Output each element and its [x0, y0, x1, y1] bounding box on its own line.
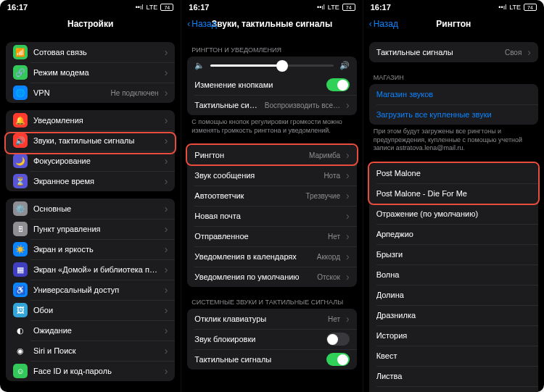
row-label: Изменение кнопками: [194, 80, 320, 89]
row-label: Долина: [376, 291, 531, 299]
back-button[interactable]: ‹Назад: [369, 19, 398, 29]
toggle-switch[interactable]: [326, 353, 350, 366]
signal-icon: ••ıl: [136, 4, 144, 11]
chevron-right-icon: ›: [165, 46, 168, 58]
row-label: Экран «Домой» и библиотека приложений: [33, 265, 159, 274]
list-row[interactable]: Арпеджио: [369, 224, 538, 244]
battery-icon: 74: [160, 4, 173, 11]
speaker-low-icon: 🔈: [194, 61, 205, 70]
chevron-right-icon: ›: [165, 114, 168, 126]
list-row[interactable]: Тактильные сигналы: [187, 349, 356, 370]
row-icon: 🔗: [13, 65, 28, 80]
list-row[interactable]: 📶Сотовая связь›: [6, 42, 175, 62]
toggle-switch[interactable]: [326, 333, 350, 346]
row-label: Уведомления в календарях: [194, 252, 310, 261]
list-row[interactable]: 🌐VPNНе подключен›: [6, 83, 175, 103]
chevron-right-icon: ›: [165, 365, 168, 377]
chevron-right-icon: ›: [165, 304, 168, 316]
volume-slider[interactable]: [210, 64, 333, 67]
chevron-right-icon: ›: [165, 175, 168, 187]
list-row[interactable]: ☀️Экран и яркость›: [6, 239, 175, 259]
list-row[interactable]: Листва: [369, 366, 538, 386]
row-label: Экранное время: [33, 177, 159, 185]
row-label: Листва: [376, 372, 531, 380]
list-row[interactable]: ♿Универсальный доступ›: [6, 280, 175, 300]
list-row[interactable]: РингтонМаримба›: [187, 145, 356, 165]
list-row[interactable]: ◐Ожидание›: [6, 320, 175, 341]
list-row[interactable]: 🔔Уведомления›: [6, 110, 175, 130]
list-row[interactable]: ОтправленноеНет›: [187, 226, 356, 246]
chevron-right-icon: ›: [165, 284, 168, 296]
list-row[interactable]: 🎚Пункт управления›: [6, 219, 175, 239]
row-icon: ☺: [13, 364, 28, 378]
list-row[interactable]: 🔗Режим модема›: [6, 62, 175, 83]
list-row[interactable]: ☺Face ID и код-пароль›: [6, 361, 175, 381]
row-icon: 🖼: [13, 303, 28, 317]
list-row[interactable]: Звук блокировки: [187, 329, 356, 349]
list-row[interactable]: История: [369, 325, 538, 346]
chevron-right-icon: ›: [165, 243, 168, 255]
list-row[interactable]: Post Malone: [369, 163, 538, 183]
list-row[interactable]: ⚙️Основные›: [6, 199, 175, 219]
list-row[interactable]: Звук сообщенияНота›: [187, 165, 356, 185]
list-row[interactable]: Загрузить все купленные звуки: [369, 104, 538, 125]
list-row[interactable]: Волна: [369, 264, 538, 285]
list-row[interactable]: Тактильные сигналыВоспроизводить все…›: [187, 95, 356, 115]
row-label: Тактильные сигналы: [376, 48, 499, 57]
chevron-right-icon: ›: [346, 149, 350, 161]
list-row[interactable]: Магазин звуков: [369, 84, 538, 104]
list-row[interactable]: ▦Экран «Домой» и библиотека приложений›: [6, 259, 175, 280]
section-footer: С помощью кнопок регулировки громкости м…: [181, 115, 362, 138]
list-row[interactable]: ⏳Экранное время›: [6, 171, 175, 191]
status-bar: 16:17 ••ıl LTE 74: [181, 0, 362, 13]
row-label: Волна: [376, 270, 531, 279]
row-label: Автоответчик: [194, 191, 300, 200]
list-row[interactable]: 🖼Обои›: [6, 300, 175, 320]
list-row[interactable]: Новая почта›: [187, 206, 356, 226]
row-icon: ▦: [13, 262, 28, 277]
list-row[interactable]: 🌙Фокусирование›: [6, 151, 175, 171]
chevron-right-icon: ›: [346, 230, 350, 242]
back-button[interactable]: ‹Назад: [187, 19, 216, 29]
list-row[interactable]: Отражение (по умолчанию): [369, 204, 538, 224]
chevron-right-icon: ›: [346, 271, 350, 283]
chevron-right-icon: ›: [165, 67, 168, 78]
list-row[interactable]: Изменение кнопками: [187, 75, 356, 95]
list-row[interactable]: 🔊Звуки, тактильные сигналы›: [6, 130, 175, 151]
list-row[interactable]: Дразнилка: [369, 305, 538, 325]
list-row[interactable]: Брызги: [369, 244, 538, 264]
list-row[interactable]: АвтоответчикТрезвучие›: [187, 185, 356, 206]
status-time: 16:17: [371, 3, 391, 12]
battery-icon: 74: [342, 4, 355, 11]
row-label: Face ID и код-пароль: [33, 367, 159, 375]
row-icon: ◉: [13, 343, 28, 358]
row-label: Отклик клавиатуры: [194, 314, 322, 323]
chevron-right-icon: ›: [165, 325, 168, 336]
speaker-high-icon: 🔊: [339, 61, 350, 70]
page-title: Настройки: [67, 19, 113, 29]
list-row[interactable]: Долина: [369, 285, 538, 305]
list-row[interactable]: ◉Siri и Поиск›: [6, 341, 175, 361]
row-label: VPN: [33, 88, 105, 97]
network-label: LTE: [328, 4, 339, 11]
row-label: Звуки, тактильные сигналы: [33, 136, 159, 145]
list-row[interactable]: Меркурий: [369, 386, 538, 392]
list-row[interactable]: Тактильные сигналыСвоя›: [369, 42, 538, 62]
row-label: Звук сообщения: [194, 171, 318, 180]
row-icon: ♿: [13, 283, 28, 297]
chevron-left-icon: ‹: [187, 19, 190, 29]
toggle-switch[interactable]: [326, 78, 350, 91]
chevron-right-icon: ›: [527, 46, 531, 58]
list-row[interactable]: Квест: [369, 346, 538, 366]
list-row[interactable]: Уведомления в календаряхАккорд›: [187, 246, 356, 267]
section-header-ringtone: РИНГТОН И УВЕДОМЛЕНИЯ: [181, 42, 362, 57]
list-row[interactable]: Post Malone - Die For Me: [369, 183, 538, 204]
row-icon: 🔊: [13, 133, 28, 148]
row-label: Отправленное: [194, 232, 322, 241]
list-row[interactable]: Отклик клавиатурыНет›: [187, 309, 356, 329]
list-row[interactable]: Уведомления по умолчаниюОтскок›: [187, 267, 356, 287]
row-label: Звук блокировки: [194, 335, 320, 343]
row-detail: Трезвучие: [305, 192, 340, 200]
row-detail: Нет: [328, 233, 340, 241]
row-icon: ⚙️: [13, 201, 28, 216]
